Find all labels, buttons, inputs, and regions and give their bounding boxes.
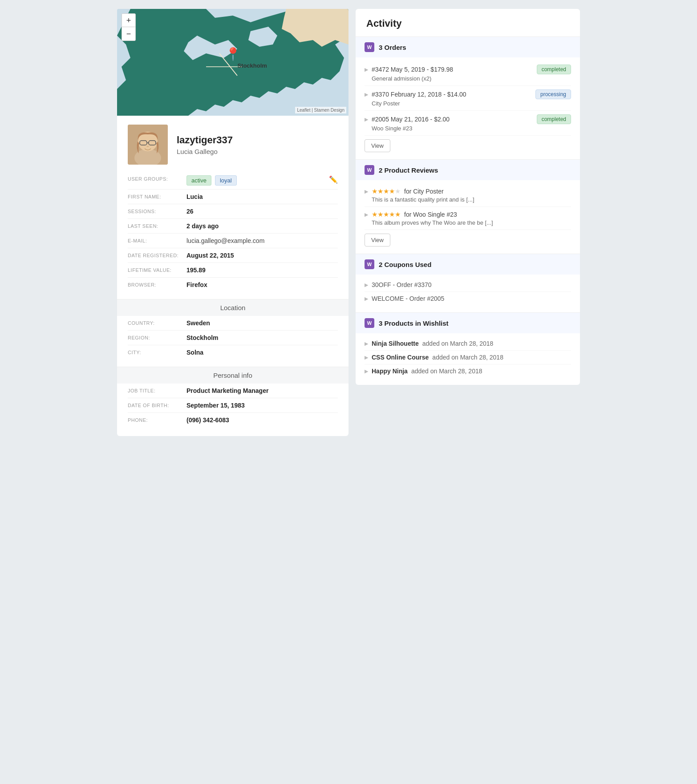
reviews-section: W 2 Product Reviews ▶ ★★★★★ for City Pos…	[356, 159, 580, 254]
review-1-product: for City Poster	[404, 188, 571, 195]
wishlist-section: W 3 Products in Wishlist ▶ Ninja Silhoue…	[356, 312, 580, 385]
field-region-label: REGION:	[128, 334, 181, 340]
review-item-1-main: ▶ ★★★★★ for City Poster	[365, 187, 571, 195]
chevron-icon: ▶	[365, 368, 368, 374]
order-item-3-main: ▶ #2005 May 21, 2016 - $2.00 completed	[365, 114, 571, 124]
review-1-excerpt: This is a fantastic quality print and is…	[365, 196, 571, 203]
field-email-label: E-MAIL:	[128, 237, 181, 243]
order-3-text: #2005 May 21, 2016 - $2.00	[372, 116, 533, 123]
wishlist-header: W 3 Products in Wishlist	[356, 313, 580, 333]
review-2-excerpt: This album proves why The Woo are the be…	[365, 219, 571, 226]
personal-section-title: Personal info	[117, 367, 348, 384]
field-dob: DATE OF BIRTH: September 15, 1983	[128, 398, 338, 413]
profile-header: lazytiger337 Lucia Gallego	[117, 116, 348, 172]
location-fields: COUNTRY: Sweden REGION: Stockholm CITY: …	[117, 316, 348, 360]
location-section-title: Location	[117, 299, 348, 316]
field-region: REGION: Stockholm	[128, 331, 338, 345]
field-dob-value: September 15, 1983	[186, 402, 245, 409]
chevron-icon: ▶	[365, 296, 368, 302]
review-1-stars: ★★★★★	[372, 187, 401, 195]
order-item-3: ▶ #2005 May 21, 2016 - $2.00 completed W…	[365, 111, 571, 136]
zoom-in-button[interactable]: +	[122, 14, 135, 27]
wishlist-title: 3 Products in Wishlist	[379, 319, 449, 327]
woo-icon-reviews: W	[365, 165, 374, 175]
chevron-icon: ▶	[365, 212, 368, 218]
order-item-2: ▶ #3370 February 12, 2018 - $14.00 proce…	[365, 86, 571, 111]
wishlist-list: ▶ Ninja Silhouette added on March 28, 20…	[356, 333, 580, 385]
field-lifetime-label: LIFETIME VALUE:	[128, 267, 181, 273]
order-2-status: processing	[535, 89, 571, 99]
wishlist-item-1: ▶ Ninja Silhouette added on March 28, 20…	[365, 337, 571, 351]
wishlist-3-name: Happy Ninja	[372, 368, 408, 375]
map-attribution: Leaflet | Stamen Design	[295, 107, 346, 113]
field-browser: BROWSER: Firefox	[128, 278, 338, 292]
field-registered-value: August 22, 2015	[186, 252, 234, 259]
coupons-header: W 2 Coupons Used	[356, 254, 580, 275]
review-item-2: ▶ ★★★★★ for Woo Single #23 This album pr…	[365, 207, 571, 230]
wishlist-1-added: added on March 28, 2018	[422, 340, 494, 347]
avatar	[128, 125, 168, 165]
chevron-icon: ▶	[365, 67, 368, 73]
orders-title: 3 Orders	[379, 44, 406, 51]
field-lastseen: LAST SEEN: 2 days ago	[128, 219, 338, 234]
field-firstname: FIRST NAME: Lucia	[128, 190, 338, 204]
chevron-icon: ▶	[365, 189, 368, 194]
order-item-1: ▶ #3472 May 5, 2019 - $179.98 completed …	[365, 61, 571, 86]
field-phone-value: (096) 342-6083	[186, 416, 229, 424]
orders-list: ▶ #3472 May 5, 2019 - $179.98 completed …	[356, 57, 580, 159]
field-city-value: Solna	[186, 349, 203, 356]
order-1-text: #3472 May 5, 2019 - $179.98	[372, 66, 533, 73]
username: lazytiger337	[177, 134, 233, 146]
zoom-out-button[interactable]: −	[122, 27, 135, 40]
field-region-value: Stockholm	[186, 334, 219, 341]
field-country-label: COUNTRY:	[128, 319, 181, 326]
field-city: CITY: Solna	[128, 345, 338, 360]
field-phone-label: PHONE:	[128, 416, 181, 423]
coupon-item-1: ▶ 30OFF - Order #3370	[365, 278, 571, 292]
review-2-product: for Woo Single #23	[404, 211, 571, 218]
tag-loyal: loyal	[215, 175, 237, 186]
order-item-2-main: ▶ #3370 February 12, 2018 - $14.00 proce…	[365, 89, 571, 99]
field-sessions-value: 26	[186, 208, 194, 215]
woo-icon-wishlist: W	[365, 318, 374, 328]
activity-panel: Activity W 3 Orders ▶ #3472	[356, 9, 580, 385]
user-groups-label: USER GROUPS:	[128, 175, 181, 182]
chevron-icon: ▶	[365, 117, 368, 122]
user-groups-row: USER GROUPS: active loyal ✏️	[128, 172, 338, 190]
field-email: E-MAIL: lucia.gallego@example.com	[128, 234, 338, 248]
tag-active: active	[186, 175, 211, 186]
chevron-icon: ▶	[365, 282, 368, 288]
order-2-detail: City Poster	[365, 100, 571, 107]
field-lifetime-value: 195.89	[186, 267, 206, 274]
order-3-detail: Woo Single #23	[365, 125, 571, 132]
realname: Lucia Gallego	[177, 148, 233, 155]
coupon-1-text: 30OFF - Order #3370	[372, 281, 432, 288]
map-controls: + −	[122, 13, 136, 41]
wishlist-item-3: ▶ Happy Ninja added on March 28, 2018	[365, 364, 571, 378]
chevron-icon: ▶	[365, 341, 368, 347]
woo-icon-orders: W	[365, 42, 374, 52]
field-jobtitle: JOB TITLE: Product Marketing Manager	[128, 384, 338, 398]
field-sessions: SESSIONS: 26	[128, 204, 338, 219]
order-item-1-main: ▶ #3472 May 5, 2019 - $179.98 completed	[365, 65, 571, 74]
field-firstname-value: Lucia	[186, 193, 203, 200]
chevron-icon: ▶	[365, 355, 368, 360]
field-country: COUNTRY: Sweden	[128, 316, 338, 331]
field-firstname-label: FIRST NAME:	[128, 193, 181, 199]
orders-header: W 3 Orders	[356, 37, 580, 57]
edit-icon[interactable]: ✏️	[329, 175, 338, 184]
personal-fields: JOB TITLE: Product Marketing Manager DAT…	[117, 384, 348, 427]
reviews-view-button[interactable]: View	[365, 234, 390, 247]
reviews-title: 2 Product Reviews	[379, 166, 438, 174]
wishlist-item-2: ▶ CSS Online Course added on March 28, 2…	[365, 351, 571, 364]
orders-section: W 3 Orders ▶ #3472 May 5, 2019 -	[356, 36, 580, 159]
coupons-list: ▶ 30OFF - Order #3370 ▶ WELCOME - Order …	[356, 275, 580, 312]
chevron-icon: ▶	[365, 92, 368, 97]
profile-card: lazytiger337 Lucia Gallego USER GROUPS: …	[117, 116, 348, 436]
review-2-stars: ★★★★★	[372, 210, 401, 218]
coupon-2-text: WELCOME - Order #2005	[372, 295, 444, 302]
field-registered-label: DATE REGISTERED:	[128, 252, 181, 258]
wishlist-2-name: CSS Online Course	[372, 354, 429, 361]
orders-view-button[interactable]: View	[365, 139, 390, 152]
field-sessions-label: SESSIONS:	[128, 208, 181, 214]
